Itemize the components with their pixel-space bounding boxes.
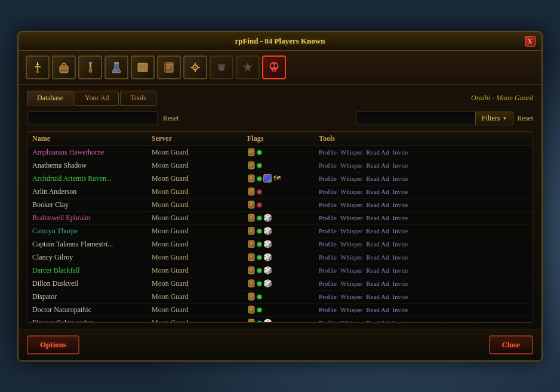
- tool-profile[interactable]: Profile: [319, 306, 337, 313]
- filters-group: Filters Reset: [356, 112, 533, 125]
- tool-invite[interactable]: Invite: [392, 319, 408, 322]
- svg-point-7: [89, 68, 93, 73]
- tool-profile[interactable]: Profile: [319, 280, 337, 287]
- tool-invite[interactable]: Invite: [392, 214, 408, 221]
- flags-cell: 🎲: [247, 227, 319, 236]
- tool-profile[interactable]: Profile: [319, 149, 337, 156]
- dot-green: [257, 282, 261, 286]
- icon-sword[interactable]: [26, 55, 50, 79]
- tools-cell: ProfileWhisperRead AdInvite: [319, 240, 528, 248]
- svg-rect-14: [165, 66, 172, 67]
- filters-input[interactable]: [356, 112, 475, 125]
- tool-whisper[interactable]: Whisper: [340, 254, 362, 261]
- tool-read-ad[interactable]: Read Ad: [366, 201, 389, 208]
- table-row: Elnyssa CalmwardenMoon Guard🎲ProfileWhis…: [27, 317, 533, 322]
- icon-gears[interactable]: [183, 55, 207, 79]
- tool-read-ad[interactable]: Read Ad: [366, 280, 389, 287]
- tool-whisper[interactable]: Whisper: [340, 188, 362, 195]
- svg-rect-78: [248, 293, 254, 300]
- tool-whisper[interactable]: Whisper: [340, 267, 362, 274]
- icon-brush[interactable]: [78, 55, 102, 79]
- tool-profile[interactable]: Profile: [319, 267, 337, 274]
- tool-invite[interactable]: Invite: [392, 267, 408, 274]
- tool-whisper[interactable]: Whisper: [340, 227, 362, 234]
- tab-database[interactable]: Database: [27, 91, 73, 106]
- svg-point-18: [195, 66, 196, 68]
- tool-whisper[interactable]: Whisper: [340, 240, 362, 248]
- tool-whisper[interactable]: Whisper: [340, 280, 362, 287]
- tool-read-ad[interactable]: Read Ad: [366, 254, 389, 261]
- tool-profile[interactable]: Profile: [319, 162, 337, 169]
- tool-whisper[interactable]: Whisper: [340, 201, 362, 208]
- icon-flask[interactable]: [104, 55, 128, 79]
- svg-rect-16: [165, 63, 166, 72]
- tool-whisper[interactable]: Whisper: [340, 149, 362, 156]
- tool-invite[interactable]: Invite: [392, 306, 408, 313]
- tab-tools[interactable]: Tools: [120, 91, 156, 106]
- server-name: Moon Guard: [152, 148, 247, 157]
- tool-whisper[interactable]: Whisper: [340, 214, 362, 221]
- dot-red: [257, 190, 261, 194]
- tool-profile[interactable]: Profile: [319, 254, 337, 261]
- tool-invite[interactable]: Invite: [392, 162, 408, 169]
- options-button[interactable]: Options: [27, 335, 79, 354]
- tool-read-ad[interactable]: Read Ad: [366, 240, 389, 248]
- icon-map[interactable]: [131, 55, 155, 79]
- flags-cell: 🎲: [247, 279, 319, 288]
- search-input[interactable]: [27, 112, 158, 125]
- flags-cell: [247, 200, 319, 209]
- icon-book[interactable]: [157, 55, 181, 79]
- icon-paw[interactable]: [210, 55, 233, 79]
- close-button[interactable]: X: [525, 36, 536, 47]
- tool-invite[interactable]: Invite: [392, 227, 408, 234]
- tool-invite[interactable]: Invite: [392, 240, 408, 248]
- tool-read-ad[interactable]: Read Ad: [366, 162, 389, 169]
- tool-read-ad[interactable]: Read Ad: [366, 188, 389, 195]
- tool-profile[interactable]: Profile: [319, 188, 337, 195]
- tab-your-ad[interactable]: Your Ad: [75, 91, 119, 106]
- filters-button[interactable]: Filters: [475, 112, 514, 125]
- tool-invite[interactable]: Invite: [392, 280, 408, 287]
- tool-profile[interactable]: Profile: [319, 293, 337, 300]
- tool-invite[interactable]: Invite: [392, 188, 408, 195]
- tool-whisper[interactable]: Whisper: [340, 162, 362, 169]
- tool-profile[interactable]: Profile: [319, 214, 337, 221]
- close-button-footer[interactable]: Close: [489, 335, 533, 354]
- tool-whisper[interactable]: Whisper: [340, 306, 362, 313]
- tool-invite[interactable]: Invite: [392, 254, 408, 261]
- tool-read-ad[interactable]: Read Ad: [366, 175, 389, 182]
- tools-cell: ProfileWhisperRead AdInvite: [319, 306, 528, 313]
- tool-invite[interactable]: Invite: [392, 201, 408, 208]
- tool-profile[interactable]: Profile: [319, 227, 337, 234]
- tool-profile[interactable]: Profile: [319, 240, 337, 248]
- tool-whisper[interactable]: Whisper: [340, 293, 362, 300]
- search-reset-button[interactable]: Reset: [163, 114, 179, 123]
- svg-rect-58: [248, 227, 254, 234]
- tool-profile[interactable]: Profile: [319, 175, 337, 182]
- player-name: Archdruid Artemis Raven...: [32, 174, 152, 183]
- tool-invite[interactable]: Invite: [392, 293, 408, 300]
- tool-read-ad[interactable]: Read Ad: [366, 149, 389, 156]
- tool-profile[interactable]: Profile: [319, 319, 337, 322]
- extra-flag-icon: 🎲: [263, 279, 272, 288]
- icon-skull[interactable]: [262, 55, 286, 79]
- icon-star[interactable]: [236, 55, 260, 79]
- player-name: Booker Clay: [32, 200, 152, 209]
- server-name: Moon Guard: [152, 174, 247, 183]
- tool-whisper[interactable]: Whisper: [340, 319, 362, 322]
- tool-read-ad[interactable]: Read Ad: [366, 227, 389, 234]
- tool-invite[interactable]: Invite: [392, 175, 408, 182]
- dot-green: [257, 321, 261, 322]
- tool-invite[interactable]: Invite: [392, 149, 408, 156]
- dot-green: [257, 229, 261, 233]
- extra-flag-icon: 🎲: [263, 214, 272, 223]
- tool-read-ad[interactable]: Read Ad: [366, 214, 389, 221]
- tool-whisper[interactable]: Whisper: [340, 175, 362, 182]
- tool-read-ad[interactable]: Read Ad: [366, 306, 389, 313]
- icon-bag[interactable]: [52, 55, 76, 79]
- tool-read-ad[interactable]: Read Ad: [366, 293, 389, 300]
- tool-read-ad[interactable]: Read Ad: [366, 319, 389, 322]
- tool-profile[interactable]: Profile: [319, 201, 337, 208]
- filters-reset-button[interactable]: Reset: [517, 114, 533, 123]
- tool-read-ad[interactable]: Read Ad: [366, 267, 389, 274]
